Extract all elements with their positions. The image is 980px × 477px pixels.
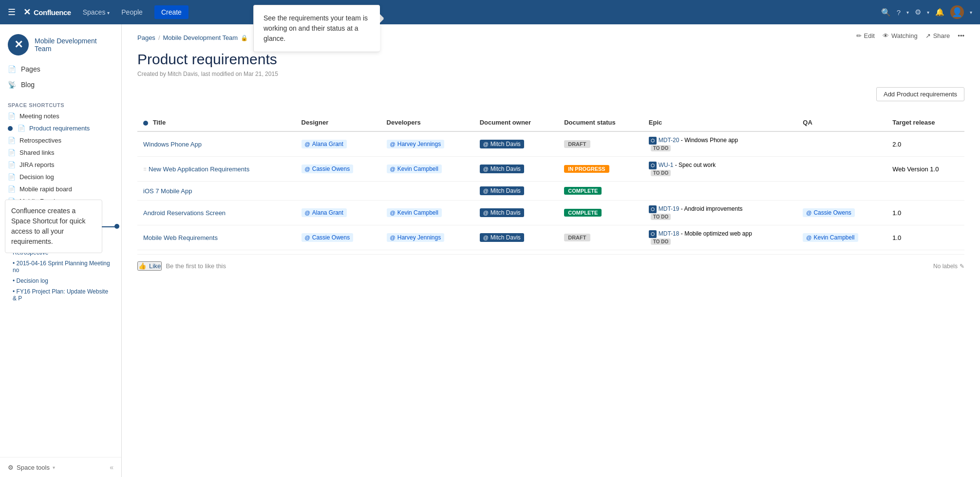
shortcut-shared-links[interactable]: 📄 Shared links xyxy=(0,147,121,159)
settings-icon[interactable]: ⚙ xyxy=(915,8,921,17)
jira-icon: ⬡ xyxy=(649,162,657,169)
page-meta: Created by Mitch Davis, last modified on… xyxy=(137,71,964,77)
shortcut-product-requirements[interactable]: 📄 Product requirements xyxy=(0,122,121,134)
shortcut-decision-log[interactable]: 📄 Decision log xyxy=(0,171,121,183)
cell-title: ⠿New Web Application Requirements xyxy=(137,157,296,182)
breadcrumb: Pages / Mobile Development Team 🔒 xyxy=(137,34,248,41)
designer-tag[interactable]: Alana Grant xyxy=(302,208,347,217)
user-avatar[interactable]: 👤 xyxy=(950,5,964,19)
developer-tag[interactable]: Kevin Campbell xyxy=(387,208,442,217)
page-tree-item-3[interactable]: • 2015-04-16 Sprint Planning Meeting no xyxy=(0,258,121,275)
cell-epic: ⬡WU-1 - Spec out workTO DO xyxy=(643,157,797,182)
cell-developers: Kevin Campbell xyxy=(381,201,474,225)
more-actions-button[interactable]: ••• xyxy=(958,32,964,39)
owner-tag[interactable]: Mitch Davis xyxy=(480,233,524,242)
shortcut-icon-jira: 📄 xyxy=(8,161,16,168)
create-button[interactable]: Create xyxy=(154,5,188,19)
developer-tag[interactable]: Harvey Jennings xyxy=(387,233,445,242)
space-tools-arrow: ▾ xyxy=(53,465,55,470)
share-button[interactable]: ↗ Share xyxy=(925,32,950,39)
designer-tag[interactable]: Cassie Owens xyxy=(302,233,354,242)
table-row: Mobile Web RequirementsCassie OwensHarve… xyxy=(137,225,964,250)
hamburger-button[interactable]: ☰ xyxy=(8,7,16,18)
cell-designer: Cassie Owens xyxy=(296,225,381,250)
row-title-link[interactable]: New Web Application Requirements xyxy=(149,165,249,173)
breadcrumb-pages[interactable]: Pages xyxy=(137,34,155,41)
shortcut-retrospectives[interactable]: 📄 Retrospectives xyxy=(0,134,121,147)
space-shortcuts-title: SPACE SHORTCUTS xyxy=(0,96,121,110)
owner-tag[interactable]: Mitch Davis xyxy=(480,186,524,195)
eye-icon: 👁 xyxy=(883,32,889,39)
sidebar-item-pages[interactable]: 📄 Pages xyxy=(0,61,121,77)
row-title-link[interactable]: iOS 7 Mobile App xyxy=(143,187,192,195)
blog-icon: 📡 xyxy=(8,81,16,89)
notifications-icon[interactable]: 🔔 xyxy=(935,8,944,17)
people-nav[interactable]: People xyxy=(117,6,147,18)
todo-badge: TO DO xyxy=(651,214,671,220)
top-nav: ☰ ✕ Confluence Spaces ▾ People Create 🔍 … xyxy=(0,0,980,24)
cell-target-release xyxy=(886,182,964,201)
page-tree-item-5[interactable]: • FY16 Project Plan: Update Website & P xyxy=(0,286,121,304)
epic-ticket-link[interactable]: MDT-19 xyxy=(659,205,679,212)
space-tools-button[interactable]: ⚙ Space tools ▾ xyxy=(8,464,55,471)
cell-title: iOS 7 Mobile App xyxy=(137,182,296,201)
search-icon[interactable]: 🔍 xyxy=(881,8,891,17)
shortcuts-list: 📄 Meeting notes 📄 Product requirements 📄… xyxy=(0,110,121,207)
help-icon[interactable]: ? xyxy=(897,8,901,17)
sidebar-team-name[interactable]: Mobile Development Team xyxy=(35,37,113,53)
cell-title: Windows Phone App xyxy=(137,131,296,157)
shortcut-mobile-rapid[interactable]: 📄 Mobile rapid board xyxy=(0,183,121,195)
developer-tag[interactable]: Harvey Jennings xyxy=(387,140,445,148)
sidebar-item-blog[interactable]: 📡 Blog xyxy=(0,77,121,92)
cell-document-status: IN PROGRESS xyxy=(558,157,643,182)
cell-document-owner: Mitch Davis xyxy=(474,225,559,250)
shortcut-jira-reports[interactable]: 📄 JIRA reports xyxy=(0,159,121,171)
epic-ticket-link[interactable]: MDT-20 xyxy=(659,137,679,144)
logo-icon: ✕ xyxy=(23,7,31,18)
designer-tag[interactable]: Alana Grant xyxy=(302,140,347,148)
epic-info: ⬡MDT-18 - Mobile optimized web appTO DO xyxy=(649,230,792,245)
designer-tag[interactable]: Cassie Owens xyxy=(302,165,354,173)
developer-tag[interactable]: Kevin Campbell xyxy=(387,165,442,173)
page-tree-item-4[interactable]: • Decision log xyxy=(0,275,121,286)
cell-qa: Cassie Owens xyxy=(797,201,886,225)
col-document-owner: Document owner xyxy=(474,114,559,131)
breadcrumb-space[interactable]: Mobile Development Team xyxy=(163,34,238,41)
table-row: Windows Phone AppAlana GrantHarvey Jenni… xyxy=(137,131,964,157)
cell-qa xyxy=(797,182,886,201)
shortcut-meeting-notes[interactable]: 📄 Meeting notes xyxy=(0,110,121,122)
row-title-link[interactable]: Android Reservations Screen xyxy=(143,209,226,217)
cell-document-owner: Mitch Davis xyxy=(474,182,559,201)
owner-tag[interactable]: Mitch Davis xyxy=(480,165,524,173)
epic-ticket-link[interactable]: WU-1 xyxy=(659,162,674,168)
row-handle: ⠿ xyxy=(143,167,147,172)
share-icon: ↗ xyxy=(925,32,931,39)
add-requirements-button[interactable]: Add Product requirements xyxy=(876,87,964,101)
spaces-nav[interactable]: Spaces ▾ xyxy=(79,6,114,18)
epic-ticket-link[interactable]: MDT-18 xyxy=(659,230,679,237)
owner-tag[interactable]: Mitch Davis xyxy=(480,140,524,148)
cell-target-release: 2.0 xyxy=(886,131,964,157)
col-title: Title xyxy=(137,114,296,131)
row-title-link[interactable]: Windows Phone App xyxy=(143,141,202,148)
active-dot xyxy=(8,126,13,131)
left-annotation: Confluence creates a Space Shortcut for … xyxy=(5,200,102,253)
thumbs-up-icon: 👍 xyxy=(138,262,147,270)
owner-tag[interactable]: Mitch Davis xyxy=(480,208,524,217)
row-title-link[interactable]: Mobile Web Requirements xyxy=(143,234,218,241)
watching-button[interactable]: 👁 Watching xyxy=(883,32,918,39)
ellipsis-icon: ••• xyxy=(958,32,964,39)
no-labels-section[interactable]: No labels ✎ xyxy=(933,263,964,270)
qa-tag[interactable]: Kevin Campbell xyxy=(803,233,858,242)
table-header-row: Title Designer Developers Document owner… xyxy=(137,114,964,131)
cell-document-owner: Mitch Davis xyxy=(474,201,559,225)
cell-title: Android Reservations Screen xyxy=(137,201,296,225)
logo-text: Confluence xyxy=(34,8,71,17)
sidebar-collapse-button[interactable]: « xyxy=(110,463,113,471)
left-annotation-text: Confluence creates a Space Shortcut for … xyxy=(11,207,86,245)
qa-tag[interactable]: Cassie Owens xyxy=(803,208,855,217)
edit-button[interactable]: ✏ Edit xyxy=(856,32,875,39)
lock-icon: 🔒 xyxy=(241,35,248,41)
like-button[interactable]: 👍 Like xyxy=(137,261,162,271)
like-footer: 👍 Like Be the first to like this No labe… xyxy=(137,254,964,277)
